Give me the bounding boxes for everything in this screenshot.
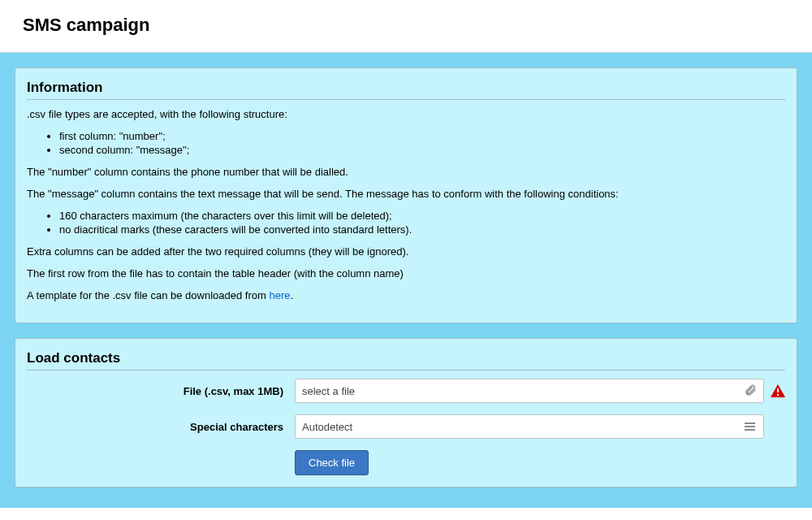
charset-label: Special characters bbox=[27, 421, 295, 433]
info-template-line: A template for the .csv file can be down… bbox=[27, 289, 785, 301]
load-contacts-heading: Load contacts bbox=[27, 350, 785, 366]
charset-row: Special characters Autodetect bbox=[27, 414, 785, 439]
list-item: first column: "number"; bbox=[59, 130, 785, 142]
info-template-prefix: A template for the .csv file can be down… bbox=[27, 289, 269, 301]
load-contacts-panel: Load contacts File (.csv, max 1MB) selec… bbox=[15, 338, 797, 488]
charset-select-value: Autodetect bbox=[302, 421, 352, 433]
info-template-suffix: . bbox=[290, 289, 293, 301]
file-input[interactable]: select a file bbox=[295, 379, 764, 403]
info-number-desc: The "number" column contains the phone n… bbox=[27, 166, 785, 178]
file-label: File (.csv, max 1MB) bbox=[27, 385, 295, 397]
information-panel: Information .csv file types are accepted… bbox=[15, 67, 797, 323]
info-first-row: The first row from the file has to conta… bbox=[27, 267, 785, 280]
info-intro: .csv file types are accepted, with the f… bbox=[27, 108, 785, 120]
page-title: SMS campaign bbox=[23, 15, 789, 36]
info-extra-cols: Extra columns can be added after the two… bbox=[27, 245, 785, 258]
file-input-value: select a file bbox=[302, 385, 355, 397]
charset-select[interactable]: Autodetect bbox=[295, 414, 764, 439]
info-message-rules: 160 characters maximum (the characters o… bbox=[27, 210, 785, 236]
panel-divider bbox=[27, 99, 785, 100]
information-heading: Information bbox=[27, 80, 785, 96]
info-columns-list: first column: "number"; second column: "… bbox=[27, 130, 785, 156]
menu-icon bbox=[745, 422, 757, 431]
list-item: no diacritical marks (these caracters wi… bbox=[59, 223, 785, 236]
panel-divider bbox=[27, 370, 785, 370]
warning-icon bbox=[771, 384, 785, 397]
button-row: Check file bbox=[27, 450, 785, 475]
template-download-link[interactable]: here bbox=[269, 289, 290, 301]
work-area: Information .csv file types are accepted… bbox=[0, 53, 812, 508]
info-message-desc: The "message" column contains the text m… bbox=[27, 188, 785, 200]
list-item: second column: "message"; bbox=[59, 144, 785, 156]
check-file-button[interactable]: Check file bbox=[295, 450, 369, 475]
page-header: SMS campaign bbox=[0, 0, 812, 53]
svg-rect-1 bbox=[777, 388, 779, 392]
svg-rect-2 bbox=[777, 394, 779, 396]
attachment-icon bbox=[744, 384, 757, 399]
file-row: File (.csv, max 1MB) select a file bbox=[27, 379, 785, 403]
list-item: 160 characters maximum (the characters o… bbox=[59, 210, 785, 222]
